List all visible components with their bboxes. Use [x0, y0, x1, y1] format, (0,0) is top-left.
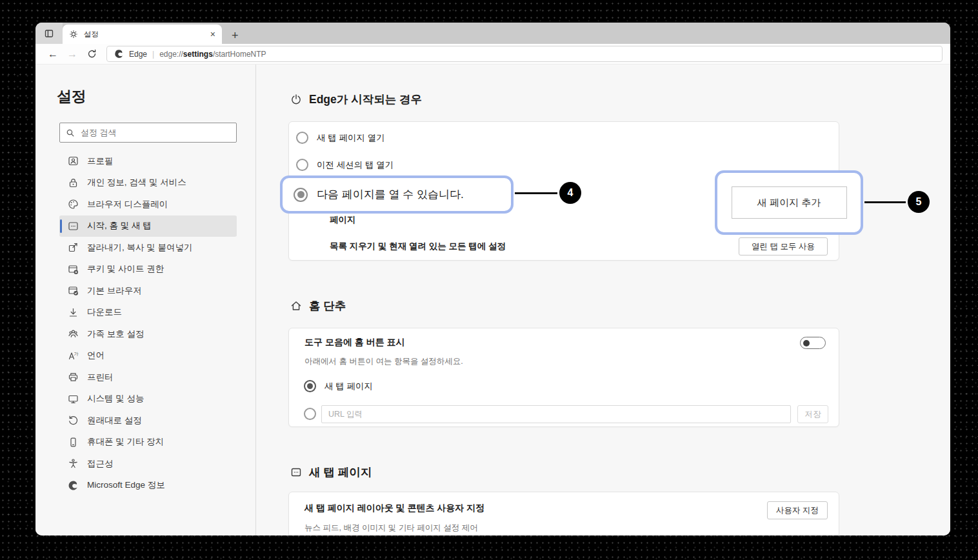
sidebar-item-label: 가족 보호 설정: [87, 328, 145, 340]
sidebar-item-label: 시스템 및 성능: [87, 393, 145, 405]
profile-icon: [68, 155, 79, 166]
address-brand-label: Edge: [129, 50, 147, 59]
customize-button[interactable]: 사용자 지정: [767, 501, 828, 519]
startup-option-specific-pages[interactable]: 다음 페이지를 열 수 있습니다.: [317, 187, 464, 202]
tab-actions-menu-button[interactable]: [35, 23, 63, 44]
ntp-section-header: 새 탭 페이지: [290, 465, 372, 480]
ntp-row-title: 새 탭 페이지 레이아웃 및 콘텐츠 사용자 지정: [304, 503, 484, 514]
downloads-icon: [68, 307, 79, 318]
edge-logo-icon: [114, 49, 124, 59]
radio-selected-icon[interactable]: [294, 188, 308, 202]
sidebar-item-default-browser[interactable]: 기본 브라우저: [59, 280, 237, 302]
sidebar-item-label: 잘라내기, 복사 및 붙여넣기: [87, 242, 193, 254]
sidebar-item-copy-paste[interactable]: 잘라내기, 복사 및 붙여넣기: [59, 237, 237, 259]
new-tab-button[interactable]: +: [232, 30, 239, 41]
browser-window: 설정 × + ← → Edge | edge://settings/startH…: [35, 23, 950, 535]
navigation-bar: ← → Edge | edge://settings/startHomeNTP: [35, 44, 950, 65]
sidebar-item-label: Microsoft Edge 정보: [87, 479, 165, 491]
family-safety-icon: [68, 328, 79, 339]
sidebar-item-start-home-newtab[interactable]: 시작, 홈 및 새 탭: [59, 215, 237, 237]
toggle-knob: [803, 340, 810, 346]
settings-page: 설정 프로필 개인 정보, 검색 및 서비스 브라우저 디스플레이: [35, 65, 950, 535]
annotation-badge-5: 5: [908, 191, 930, 213]
callout-add-page: 새 페이지 추가: [715, 170, 863, 235]
tab-strip: 설정 × +: [35, 23, 950, 44]
sidebar-item-reset-settings[interactable]: 원래대로 설정: [59, 410, 237, 432]
home-option-newtab[interactable]: 새 탭 페이지: [304, 380, 373, 392]
sidebar-item-downloads[interactable]: 다운로드: [59, 302, 237, 324]
use-all-open-tabs-button[interactable]: 열린 탭 모두 사용: [739, 237, 828, 255]
sidebar-item-system-performance[interactable]: 시스템 및 성능: [59, 388, 237, 410]
add-new-page-button[interactable]: 새 페이지 추가: [732, 186, 847, 219]
accessibility-icon: [68, 458, 79, 469]
home-card: 도구 모음에 홈 버튼 표시 아래에서 홈 버튼이 여는 항목을 설정하세요. …: [288, 328, 839, 427]
sidebar-item-label: 브라우저 디스플레이: [87, 199, 168, 210]
callout-selected-option: 다음 페이지를 열 수 있습니다.: [280, 175, 514, 214]
startup-option-previous-session[interactable]: 이전 세션의 탭 열기: [296, 159, 394, 171]
startup-section-title: Edge가 시작되는 경우: [309, 92, 422, 107]
sidebar-item-profile[interactable]: 프로필: [59, 150, 237, 172]
home-icon: [290, 300, 302, 312]
workspaces-icon: [44, 28, 54, 39]
settings-search-box[interactable]: [59, 123, 237, 143]
active-indicator: [60, 219, 62, 233]
share-copy-paste-icon: [68, 242, 79, 253]
sidebar-nav: 프로필 개인 정보, 검색 및 서비스 브라우저 디스플레이 시작, 홈 및 새…: [59, 150, 237, 496]
home-button-toggle[interactable]: [800, 337, 826, 349]
sidebar-item-label: 쿠키 및 사이트 권한: [87, 263, 164, 275]
sidebar-item-label: 개인 정보, 검색 및 서비스: [87, 177, 186, 188]
sidebar-item-languages[interactable]: 가 언어: [59, 345, 237, 367]
languages-icon: 가: [68, 350, 79, 361]
address-bar[interactable]: Edge | edge://settings/startHomeNTP: [106, 46, 943, 62]
home-section-header: 홈 단추: [290, 298, 346, 314]
radio-unselected-icon[interactable]: [304, 408, 316, 420]
home-url-input[interactable]: [321, 405, 791, 423]
system-monitor-icon: [68, 394, 79, 405]
annotation-connector-4: [515, 192, 557, 194]
search-input[interactable]: [81, 128, 230, 137]
home-option-url[interactable]: [304, 408, 316, 420]
new-tab-page-icon: [290, 466, 302, 478]
pages-label: 페이지: [330, 214, 356, 226]
sidebar-item-printers[interactable]: 프린터: [59, 366, 237, 388]
back-button[interactable]: ←: [43, 49, 63, 59]
radio-unselected-icon[interactable]: [296, 132, 308, 144]
tab-settings[interactable]: 설정 ×: [63, 25, 222, 44]
home-section-title: 홈 단추: [309, 298, 346, 314]
ntp-card: 새 탭 페이지 레이아웃 및 콘텐츠 사용자 지정 뉴스 피드, 배경 이미지 …: [288, 492, 839, 535]
appearance-palette-icon: [68, 199, 79, 210]
radio-selected-icon[interactable]: [304, 380, 316, 392]
annotated-screenshot: { "colors": { "callout_accent": "#a4b9ee…: [0, 0, 978, 560]
edge-logo-icon: [68, 480, 79, 491]
tab-title: 설정: [84, 30, 205, 39]
forward-button: →: [63, 49, 82, 59]
sidebar-item-family-safety[interactable]: 가족 보호 설정: [59, 323, 237, 345]
start-home-newtab-icon: [68, 221, 79, 232]
startup-option-newtab[interactable]: 새 탭 페이지 열기: [296, 132, 385, 144]
gear-icon: [69, 30, 78, 39]
sidebar-item-cookies-permissions[interactable]: 쿠키 및 사이트 권한: [59, 259, 237, 281]
close-tab-icon[interactable]: ×: [210, 30, 215, 39]
sidebar-item-phone-devices[interactable]: 휴대폰 및 기타 장치: [59, 432, 237, 454]
sidebar-item-accessibility[interactable]: 접근성: [59, 453, 237, 475]
home-toggle-label: 도구 모음에 홈 버튼 표시: [304, 337, 405, 348]
printer-icon: [68, 372, 79, 383]
sidebar-item-label: 언어: [87, 350, 105, 361]
cookies-permissions-icon: [68, 264, 79, 275]
annotation-badge-4: 4: [559, 182, 581, 204]
svg-text:가: 가: [74, 352, 79, 356]
sidebar-title: 설정: [57, 86, 255, 106]
privacy-lock-icon: [68, 177, 79, 188]
address-url: edge://settings/startHomeNTP: [159, 50, 266, 59]
clear-list-label: 목록 지우기 및 현재 열려 있는 모든 탭에 설정: [330, 241, 506, 252]
startup-section-header: Edge가 시작되는 경우: [290, 92, 422, 107]
sidebar-item-appearance[interactable]: 브라우저 디스플레이: [59, 194, 237, 215]
refresh-button[interactable]: [82, 49, 101, 59]
radio-unselected-icon[interactable]: [296, 159, 308, 171]
settings-main: Edge가 시작되는 경우 새 탭 페이지 열기 이전 세션의 탭 열기 페이지…: [256, 65, 950, 535]
sidebar-item-label: 시작, 홈 및 새 탭: [87, 220, 152, 232]
sidebar-item-privacy[interactable]: 개인 정보, 검색 및 서비스: [59, 172, 237, 194]
sidebar-item-about-edge[interactable]: Microsoft Edge 정보: [59, 475, 237, 497]
search-icon: [66, 128, 75, 137]
phone-icon: [68, 437, 79, 448]
